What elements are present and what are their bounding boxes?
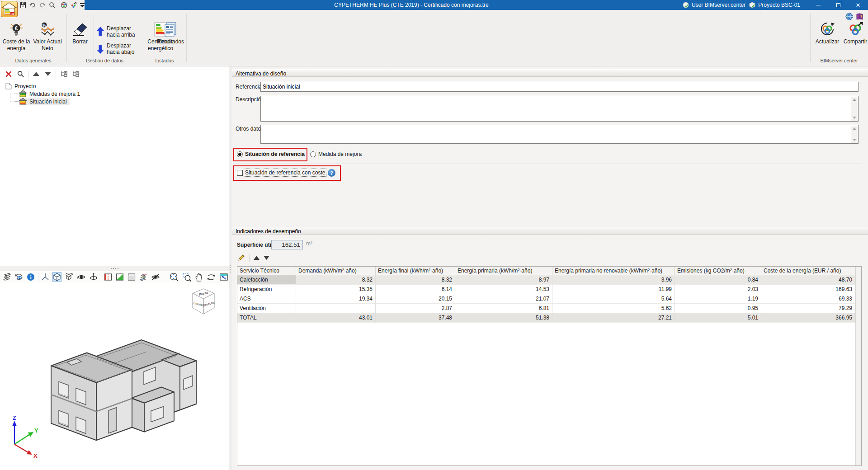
orbit-button[interactable] bbox=[206, 272, 216, 282]
close-button[interactable]: ✕ bbox=[848, 0, 868, 10]
column-header[interactable]: Coste de la energía (EUR / año) bbox=[761, 267, 855, 275]
export-config-button[interactable] bbox=[70, 1, 77, 9]
move-down-button[interactable] bbox=[44, 70, 52, 78]
servicio-cell[interactable]: Refrigeración bbox=[237, 285, 296, 294]
search-button[interactable] bbox=[49, 1, 55, 9]
radio-situacion-referencia[interactable]: Situación de referencia bbox=[237, 151, 305, 157]
descripcion-textarea[interactable] bbox=[260, 96, 859, 122]
save-button[interactable] bbox=[20, 1, 26, 9]
value-cell[interactable]: 3.96 bbox=[552, 275, 675, 285]
tree-item-situacion-inicial[interactable]: Situación inicial bbox=[19, 98, 70, 105]
floor-stack-button[interactable] bbox=[139, 272, 148, 282]
tree-search-button[interactable] bbox=[16, 70, 24, 78]
value-cell[interactable]: 8.32 bbox=[376, 275, 455, 285]
checkbox-situacion-coste[interactable]: Situación de referencia con coste bbox=[237, 169, 326, 176]
zoom-extents-button[interactable] bbox=[169, 272, 179, 282]
capture-view-button[interactable] bbox=[219, 272, 229, 282]
value-cell[interactable]: 37.48 bbox=[376, 313, 455, 323]
value-cell[interactable]: 27.21 bbox=[552, 313, 675, 323]
textarea-scrollbar[interactable] bbox=[851, 126, 858, 143]
servicio-cell[interactable]: Ventilación bbox=[237, 304, 296, 313]
value-cell[interactable]: 8.97 bbox=[455, 275, 552, 285]
collapse-tree-button[interactable] bbox=[71, 70, 80, 78]
value-cell[interactable]: 8.32 bbox=[296, 275, 376, 285]
servicio-cell[interactable]: TOTAL bbox=[237, 313, 296, 323]
axes-button[interactable] bbox=[41, 272, 50, 282]
value-cell[interactable]: 0.95 bbox=[675, 304, 761, 313]
layers-button[interactable] bbox=[2, 272, 11, 282]
value-cell[interactable]: 79.29 bbox=[761, 304, 855, 313]
value-cell[interactable]: 169.63 bbox=[761, 285, 855, 294]
bimserver-user[interactable]: User BIMserver.center bbox=[683, 2, 745, 9]
actualizar-button[interactable]: Actualizar bbox=[813, 22, 842, 45]
servicio-cell[interactable]: ACS bbox=[237, 294, 296, 304]
value-cell[interactable]: 19.34 bbox=[296, 294, 376, 304]
restore-button[interactable] bbox=[828, 0, 848, 10]
table-row[interactable]: Refrigeración15.356.1414.5311.992.03169.… bbox=[237, 285, 861, 294]
value-cell[interactable]: 6.81 bbox=[455, 304, 552, 313]
edit-row-button[interactable] bbox=[237, 254, 245, 262]
tree-item-proyecto[interactable]: Proyecto bbox=[5, 82, 36, 90]
column-header[interactable]: Servicio Técnico bbox=[237, 267, 296, 275]
desplazar-arriba-button[interactable]: Desplazar hacia arriba bbox=[97, 25, 140, 38]
row-down-button[interactable] bbox=[264, 256, 269, 260]
value-cell[interactable] bbox=[296, 304, 376, 313]
value-cell[interactable]: 5.62 bbox=[552, 304, 675, 313]
help-coste-button[interactable]: ? bbox=[328, 169, 335, 177]
viewport-3d[interactable]: Planta Frontal Derecha Z Y X bbox=[0, 283, 229, 470]
info-button[interactable]: i bbox=[26, 272, 35, 282]
section-plane-button[interactable] bbox=[104, 272, 113, 282]
undo-button[interactable] bbox=[29, 1, 36, 9]
compartir-button[interactable]: Compartir bbox=[843, 22, 868, 45]
section-box-button[interactable] bbox=[127, 272, 136, 282]
view-3d-button[interactable]: 3D bbox=[14, 272, 24, 282]
value-cell[interactable]: 0.84 bbox=[675, 275, 761, 285]
value-cell[interactable]: 15.35 bbox=[296, 285, 376, 294]
vertical-splitter[interactable] bbox=[229, 66, 232, 470]
textarea-scrollbar[interactable] bbox=[851, 97, 858, 121]
value-cell[interactable]: 2.03 bbox=[675, 285, 761, 294]
slope-plane-button[interactable] bbox=[115, 272, 124, 282]
expand-tree-button[interactable] bbox=[60, 70, 68, 78]
value-cell[interactable]: 21.07 bbox=[455, 294, 552, 304]
value-cell[interactable]: 2.87 bbox=[376, 304, 455, 313]
referencia-input[interactable] bbox=[260, 82, 859, 92]
help-button[interactable]: ? bbox=[856, 13, 863, 20]
column-header[interactable]: Energía primaria no renovable (kWh/m²·añ… bbox=[552, 267, 675, 275]
column-header[interactable]: Emisiones (kg CO2/m²·año) bbox=[675, 267, 761, 275]
tree-item-medidas-mejora[interactable]: Medidas de mejora 1 bbox=[19, 90, 80, 98]
column-header[interactable]: Energía final (kWh/m²·año) bbox=[376, 267, 455, 275]
desplazar-abajo-button[interactable]: Desplazar hacia abajo bbox=[97, 42, 140, 56]
value-cell[interactable]: 14.53 bbox=[455, 285, 552, 294]
globe-button[interactable] bbox=[845, 13, 853, 20]
qat-menu-button[interactable] bbox=[80, 1, 85, 9]
resultados-button[interactable]: Resultados bbox=[156, 22, 184, 45]
column-header[interactable]: Demanda (kWh/m²·año) bbox=[296, 267, 376, 275]
value-cell[interactable]: 366.95 bbox=[761, 313, 855, 323]
radio-off-icon[interactable] bbox=[310, 151, 316, 157]
checkbox-icon[interactable] bbox=[237, 170, 243, 176]
turntable-button[interactable] bbox=[89, 272, 98, 282]
value-cell[interactable]: 11.99 bbox=[552, 285, 675, 294]
value-cell[interactable]: 43.01 bbox=[296, 313, 376, 323]
zoom-window-button[interactable] bbox=[182, 272, 192, 282]
hide-elements-button[interactable] bbox=[151, 272, 160, 282]
column-header[interactable]: Energía primaria (kWh/m²·año) bbox=[455, 267, 552, 275]
radio-on-icon[interactable] bbox=[237, 151, 243, 157]
otros-datos-textarea[interactable] bbox=[260, 125, 859, 144]
value-cell[interactable]: 51.38 bbox=[455, 313, 552, 323]
orbit-eye-button[interactable] bbox=[76, 272, 86, 282]
servicio-cell[interactable]: Calefacción bbox=[237, 275, 296, 285]
pan-button[interactable] bbox=[194, 272, 203, 282]
row-up-button[interactable] bbox=[254, 256, 259, 260]
value-cell[interactable]: 5.64 bbox=[552, 294, 675, 304]
value-cell[interactable]: 20.15 bbox=[376, 294, 455, 304]
value-cell[interactable]: 48.70 bbox=[761, 275, 855, 285]
bimserver-project[interactable]: Proyecto BSC-01 bbox=[749, 2, 800, 9]
minimize-button[interactable] bbox=[808, 0, 828, 10]
value-cell[interactable]: 1.19 bbox=[675, 294, 761, 304]
view-cube[interactable]: Planta Frontal Derecha bbox=[190, 287, 217, 320]
move-up-button[interactable] bbox=[32, 70, 40, 78]
coste-energia-button[interactable]: € Coste de la energía bbox=[2, 22, 31, 52]
delete-button[interactable] bbox=[5, 70, 13, 78]
